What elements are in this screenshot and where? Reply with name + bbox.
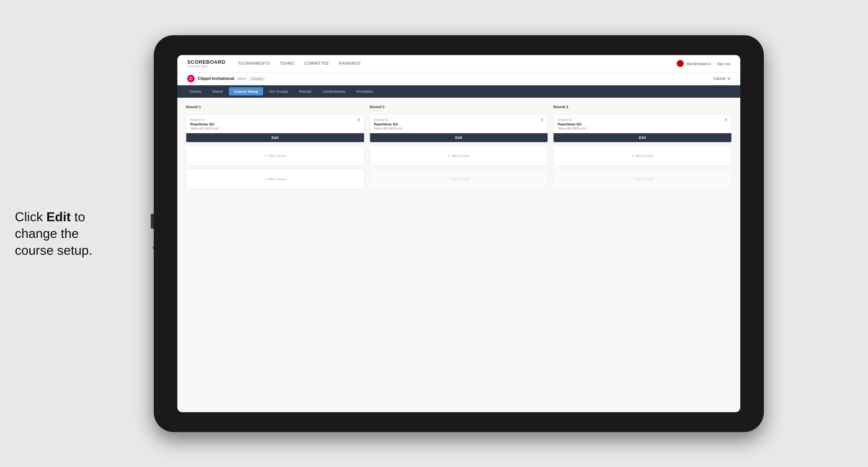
round-1-plus-icon-2: +	[264, 177, 266, 181]
round-1-plus-icon-1: +	[264, 154, 266, 158]
round-3-course-name: Peachtree GC	[558, 122, 727, 126]
round-2-add-course-label-1: Add Course	[452, 154, 470, 158]
round-2-course-name: Peachtree GC	[374, 122, 544, 126]
round-2-course-label: (Course A)	[374, 118, 544, 122]
round-3-add-course-label-1: Add Course	[635, 154, 653, 158]
round-3-add-course-2: + Add Course	[553, 169, 732, 189]
round-2-plus-icon-1: +	[447, 154, 450, 158]
tab-bar: Details Teams Course Setup Tee Groups Re…	[177, 85, 740, 98]
tab-results[interactable]: Results	[294, 87, 316, 95]
round-1-delete-icon[interactable]: 🗑	[356, 118, 361, 122]
round-1-course-name: Peachtree GC	[190, 122, 360, 126]
cancel-icon: ✕	[727, 76, 731, 81]
sub-bar: C Clippd Invitational (Men) Hosting Canc…	[177, 72, 740, 85]
logo-title: SCOREBOARD	[187, 59, 225, 65]
round-2-course-card: 🗑 (Course A) Peachtree GC Yellow (M) (66…	[370, 114, 548, 142]
round-2-plus-icon-2: +	[447, 177, 450, 181]
round-1-add-course-label-1: Add Course	[268, 154, 286, 158]
tablet-device: SCOREBOARD Powered by clippd TOURNAMENTS…	[154, 35, 764, 432]
round-2-add-course-2: + Add Course	[370, 169, 548, 189]
logo-subtitle: Powered by clippd	[187, 65, 225, 68]
round-2-course-details: Yellow (M) (6629 yds)	[374, 127, 544, 130]
rounds-container: Round 1 🗑 (Course A) Peachtree GC Yellow…	[186, 105, 732, 189]
separator: |	[713, 62, 714, 66]
round-2-column: Round 2 🗑 (Course A) Peachtree GC Yellow…	[370, 105, 548, 189]
round-3-title: Round 3	[553, 105, 732, 109]
round-1-course-card: 🗑 (Course A) Peachtree GC Yellow (M) (66…	[186, 114, 364, 142]
scoreboard-logo: SCOREBOARD Powered by clippd	[187, 59, 225, 68]
round-2-edit-button[interactable]: Edit	[370, 133, 548, 142]
round-3-edit-button[interactable]: Edit	[554, 133, 731, 142]
hosting-badge: Hosting	[249, 76, 265, 81]
instruction-line1: Click	[15, 209, 46, 224]
round-1-add-course-label-2: Add Course	[268, 177, 286, 181]
round-3-course-card: 🗑 (Course A) Peachtree GC Yellow (M) (66…	[553, 114, 732, 142]
gender-label: (Men)	[237, 76, 246, 81]
round-3-add-course-label-2: Add Course	[635, 177, 653, 181]
round-2-title: Round 2	[370, 105, 548, 109]
cancel-label: Cancel	[713, 76, 726, 81]
tab-course-setup[interactable]: Course Setup	[229, 87, 263, 95]
nav-committee[interactable]: COMMITTEE	[304, 61, 329, 66]
tab-teams[interactable]: Teams	[207, 87, 228, 95]
nav-tournaments[interactable]: TOURNAMENTS	[238, 61, 270, 66]
round-3-course-label: (Course A)	[558, 118, 727, 122]
round-1-course-label: (Course A)	[190, 118, 360, 122]
round-3-plus-icon-2: +	[631, 177, 633, 181]
round-1-add-course-2[interactable]: + Add Course	[186, 169, 364, 189]
clippd-icon: C	[187, 75, 195, 82]
sign-out-link[interactable]: Sign out	[717, 62, 731, 66]
instruction-bold: Edit	[46, 209, 71, 224]
main-content: Round 1 🗑 (Course A) Peachtree GC Yellow…	[177, 98, 740, 412]
tablet-side-button	[151, 214, 154, 229]
nav-rankings[interactable]: RANKINGS	[339, 61, 361, 66]
round-1-edit-button[interactable]: Edit	[186, 133, 364, 142]
user-email: blair@clippd.io	[686, 62, 711, 66]
nav-teams[interactable]: TEAMS	[280, 61, 294, 66]
round-3-course-details: Yellow (M) (6629 yds)	[558, 127, 727, 130]
round-3-plus-icon-1: +	[631, 154, 633, 158]
round-2-delete-icon[interactable]: 🗑	[540, 118, 544, 122]
tab-details[interactable]: Details	[185, 87, 206, 95]
cancel-button[interactable]: Cancel ✕	[713, 76, 731, 81]
sub-bar-left: C Clippd Invitational (Men) Hosting	[187, 75, 265, 82]
top-nav-links: TOURNAMENTS TEAMS COMMITTEE RANKINGS	[238, 61, 677, 66]
round-2-add-course-1[interactable]: + Add Course	[370, 146, 548, 166]
round-3-add-course-1[interactable]: + Add Course	[553, 146, 732, 166]
top-nav: SCOREBOARD Powered by clippd TOURNAMENTS…	[177, 55, 740, 72]
user-avatar	[677, 60, 684, 67]
round-1-add-course-1[interactable]: + Add Course	[186, 146, 364, 166]
top-nav-right: blair@clippd.io | Sign out	[677, 60, 731, 67]
round-3-delete-icon[interactable]: 🗑	[724, 118, 728, 122]
tab-leaderboards[interactable]: Leaderboards	[317, 87, 350, 95]
tablet-screen: SCOREBOARD Powered by clippd TOURNAMENTS…	[177, 55, 740, 412]
tab-tee-groups[interactable]: Tee Groups	[264, 87, 293, 95]
tab-printables[interactable]: Printables	[351, 87, 378, 95]
round-1-title: Round 1	[186, 105, 364, 109]
round-1-column: Round 1 🗑 (Course A) Peachtree GC Yellow…	[186, 105, 364, 189]
instruction-text: Click Edit tochange thecourse setup.	[15, 208, 159, 259]
tournament-name: Clippd Invitational	[198, 76, 234, 81]
round-1-course-details: Yellow (M) (6629 yds)	[190, 127, 360, 130]
round-2-add-course-label-2: Add Course	[452, 177, 470, 181]
round-3-column: Round 3 🗑 (Course A) Peachtree GC Yellow…	[553, 105, 732, 189]
